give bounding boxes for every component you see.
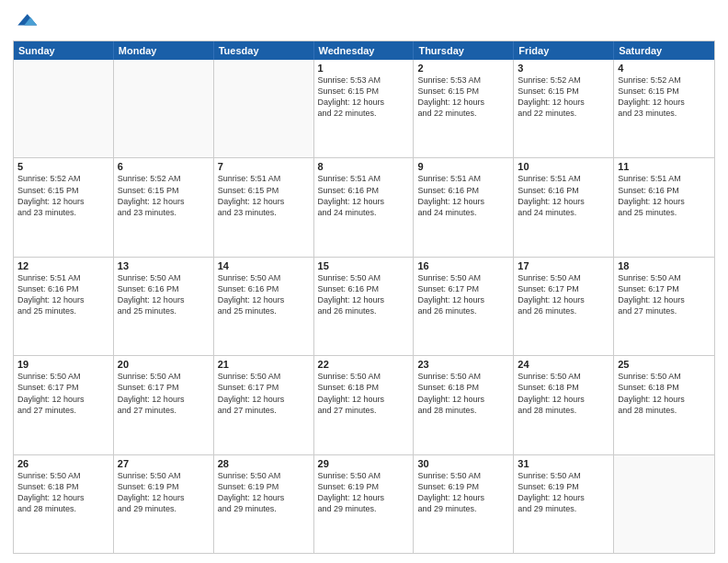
calendar-cell: 27Sunrise: 5:50 AM Sunset: 6:19 PM Dayli…	[114, 455, 214, 553]
day-number: 6	[118, 161, 210, 172]
day-number: 20	[118, 359, 210, 370]
calendar-cell: 28Sunrise: 5:50 AM Sunset: 6:19 PM Dayli…	[214, 455, 314, 553]
header	[13, 9, 715, 35]
calendar-cell: 3Sunrise: 5:52 AM Sunset: 6:15 PM Daylig…	[514, 60, 614, 157]
day-info: Sunrise: 5:50 AM Sunset: 6:18 PM Dayligh…	[518, 371, 609, 416]
day-number: 1	[318, 63, 410, 74]
calendar-cell: 5Sunrise: 5:52 AM Sunset: 6:15 PM Daylig…	[14, 158, 114, 256]
calendar-cell: 12Sunrise: 5:51 AM Sunset: 6:16 PM Dayli…	[14, 258, 114, 355]
day-info: Sunrise: 5:50 AM Sunset: 6:19 PM Dayligh…	[417, 470, 509, 515]
logo-icon	[13, 9, 39, 35]
calendar-week-5: 26Sunrise: 5:50 AM Sunset: 6:18 PM Dayli…	[14, 454, 714, 553]
day-info: Sunrise: 5:51 AM Sunset: 6:16 PM Dayligh…	[318, 173, 410, 218]
calendar-cell	[214, 60, 314, 157]
calendar-cell: 14Sunrise: 5:50 AM Sunset: 6:16 PM Dayli…	[214, 258, 314, 355]
calendar-cell: 18Sunrise: 5:50 AM Sunset: 6:17 PM Dayli…	[614, 258, 714, 355]
day-number: 17	[518, 260, 609, 271]
calendar-header-monday: Monday	[114, 41, 214, 60]
day-number: 18	[618, 260, 711, 271]
calendar-cell: 4Sunrise: 5:52 AM Sunset: 6:15 PM Daylig…	[614, 60, 714, 157]
day-info: Sunrise: 5:50 AM Sunset: 6:17 PM Dayligh…	[518, 272, 609, 317]
calendar: SundayMondayTuesdayWednesdayThursdayFrid…	[13, 40, 715, 554]
day-number: 14	[218, 260, 310, 271]
day-number: 23	[417, 359, 509, 370]
calendar-cell: 13Sunrise: 5:50 AM Sunset: 6:16 PM Dayli…	[114, 258, 214, 355]
day-info: Sunrise: 5:50 AM Sunset: 6:19 PM Dayligh…	[218, 470, 310, 515]
calendar-week-2: 5Sunrise: 5:52 AM Sunset: 6:15 PM Daylig…	[14, 157, 714, 256]
day-number: 22	[318, 359, 410, 370]
day-info: Sunrise: 5:52 AM Sunset: 6:15 PM Dayligh…	[518, 75, 609, 120]
day-number: 27	[118, 458, 210, 469]
calendar-header-tuesday: Tuesday	[214, 41, 314, 60]
calendar-cell: 2Sunrise: 5:53 AM Sunset: 6:15 PM Daylig…	[414, 60, 514, 157]
day-info: Sunrise: 5:52 AM Sunset: 6:15 PM Dayligh…	[17, 173, 109, 218]
day-number: 29	[318, 458, 410, 469]
calendar-cell: 19Sunrise: 5:50 AM Sunset: 6:17 PM Dayli…	[14, 356, 114, 454]
calendar-cell: 1Sunrise: 5:53 AM Sunset: 6:15 PM Daylig…	[314, 60, 415, 157]
calendar-cell: 20Sunrise: 5:50 AM Sunset: 6:17 PM Dayli…	[114, 356, 214, 454]
day-number: 31	[518, 458, 609, 469]
day-number: 19	[17, 359, 109, 370]
calendar-cell: 10Sunrise: 5:51 AM Sunset: 6:16 PM Dayli…	[514, 158, 614, 256]
day-number: 3	[518, 63, 609, 74]
day-number: 12	[17, 260, 109, 271]
day-number: 5	[17, 161, 109, 172]
day-info: Sunrise: 5:50 AM Sunset: 6:16 PM Dayligh…	[118, 272, 210, 317]
logo	[13, 9, 42, 35]
calendar-cell: 22Sunrise: 5:50 AM Sunset: 6:18 PM Dayli…	[314, 356, 415, 454]
calendar-week-3: 12Sunrise: 5:51 AM Sunset: 6:16 PM Dayli…	[14, 257, 714, 355]
day-info: Sunrise: 5:51 AM Sunset: 6:15 PM Dayligh…	[218, 173, 310, 218]
day-info: Sunrise: 5:52 AM Sunset: 6:15 PM Dayligh…	[618, 75, 711, 120]
day-number: 30	[417, 458, 509, 469]
calendar-cell: 15Sunrise: 5:50 AM Sunset: 6:16 PM Dayli…	[314, 258, 415, 355]
calendar-header-sunday: Sunday	[14, 41, 114, 60]
calendar-cell: 25Sunrise: 5:50 AM Sunset: 6:18 PM Dayli…	[614, 356, 714, 454]
day-info: Sunrise: 5:50 AM Sunset: 6:19 PM Dayligh…	[318, 470, 410, 515]
day-info: Sunrise: 5:50 AM Sunset: 6:17 PM Dayligh…	[17, 371, 109, 416]
calendar-cell: 31Sunrise: 5:50 AM Sunset: 6:19 PM Dayli…	[514, 455, 614, 553]
calendar-header-friday: Friday	[514, 41, 614, 60]
day-info: Sunrise: 5:50 AM Sunset: 6:19 PM Dayligh…	[518, 470, 609, 515]
day-info: Sunrise: 5:51 AM Sunset: 6:16 PM Dayligh…	[518, 173, 609, 218]
calendar-header-saturday: Saturday	[614, 41, 714, 60]
calendar-cell: 26Sunrise: 5:50 AM Sunset: 6:18 PM Dayli…	[14, 455, 114, 553]
day-number: 26	[17, 458, 109, 469]
calendar-cell: 30Sunrise: 5:50 AM Sunset: 6:19 PM Dayli…	[414, 455, 514, 553]
day-number: 21	[218, 359, 310, 370]
day-info: Sunrise: 5:50 AM Sunset: 6:16 PM Dayligh…	[318, 272, 410, 317]
calendar-week-4: 19Sunrise: 5:50 AM Sunset: 6:17 PM Dayli…	[14, 355, 714, 454]
day-info: Sunrise: 5:50 AM Sunset: 6:16 PM Dayligh…	[218, 272, 310, 317]
day-number: 11	[618, 161, 711, 172]
calendar-cell	[614, 455, 714, 553]
day-number: 13	[118, 260, 210, 271]
day-info: Sunrise: 5:53 AM Sunset: 6:15 PM Dayligh…	[417, 75, 509, 120]
day-number: 9	[417, 161, 509, 172]
day-number: 2	[417, 63, 509, 74]
day-number: 15	[318, 260, 410, 271]
day-number: 25	[618, 359, 711, 370]
day-info: Sunrise: 5:50 AM Sunset: 6:19 PM Dayligh…	[118, 470, 210, 515]
day-info: Sunrise: 5:51 AM Sunset: 6:16 PM Dayligh…	[417, 173, 509, 218]
day-info: Sunrise: 5:52 AM Sunset: 6:15 PM Dayligh…	[118, 173, 210, 218]
day-info: Sunrise: 5:53 AM Sunset: 6:15 PM Dayligh…	[318, 75, 410, 120]
day-number: 4	[618, 63, 711, 74]
calendar-cell: 21Sunrise: 5:50 AM Sunset: 6:17 PM Dayli…	[214, 356, 314, 454]
calendar-cell: 11Sunrise: 5:51 AM Sunset: 6:16 PM Dayli…	[614, 158, 714, 256]
calendar-header-thursday: Thursday	[414, 41, 514, 60]
day-number: 16	[417, 260, 509, 271]
calendar-body: 1Sunrise: 5:53 AM Sunset: 6:15 PM Daylig…	[14, 60, 714, 553]
day-info: Sunrise: 5:51 AM Sunset: 6:16 PM Dayligh…	[618, 173, 711, 218]
calendar-cell: 7Sunrise: 5:51 AM Sunset: 6:15 PM Daylig…	[214, 158, 314, 256]
calendar-cell: 29Sunrise: 5:50 AM Sunset: 6:19 PM Dayli…	[314, 455, 415, 553]
day-number: 24	[518, 359, 609, 370]
calendar-header-wednesday: Wednesday	[314, 41, 415, 60]
day-info: Sunrise: 5:50 AM Sunset: 6:17 PM Dayligh…	[218, 371, 310, 416]
day-info: Sunrise: 5:50 AM Sunset: 6:17 PM Dayligh…	[118, 371, 210, 416]
calendar-cell	[14, 60, 114, 157]
calendar-week-1: 1Sunrise: 5:53 AM Sunset: 6:15 PM Daylig…	[14, 60, 714, 157]
day-number: 28	[218, 458, 310, 469]
day-info: Sunrise: 5:50 AM Sunset: 6:18 PM Dayligh…	[318, 371, 410, 416]
day-info: Sunrise: 5:50 AM Sunset: 6:18 PM Dayligh…	[417, 371, 509, 416]
day-info: Sunrise: 5:51 AM Sunset: 6:16 PM Dayligh…	[17, 272, 109, 317]
day-info: Sunrise: 5:50 AM Sunset: 6:17 PM Dayligh…	[417, 272, 509, 317]
